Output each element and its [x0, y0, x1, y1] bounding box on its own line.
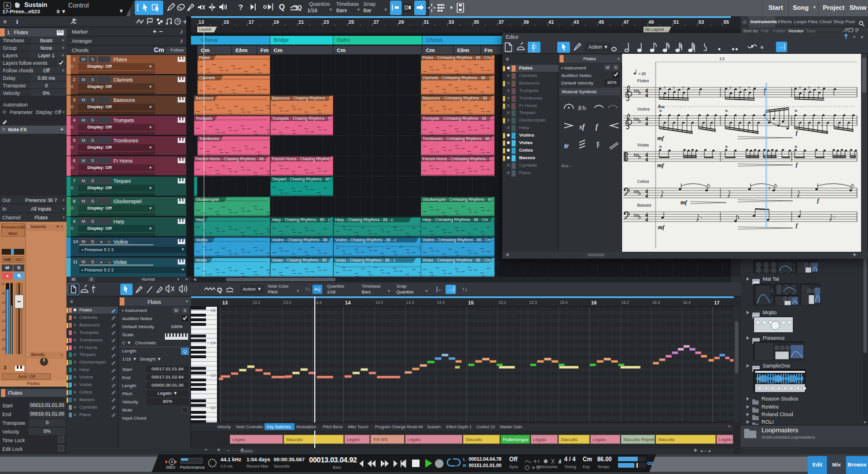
svg-text:4: 4 [645, 217, 648, 223]
svg-text:>: > [725, 108, 728, 113]
svg-text:>: > [795, 144, 797, 149]
svg-text:b: b [638, 214, 641, 220]
svg-text:Basses: Basses [637, 203, 652, 208]
svg-text:Flutes: Flutes [637, 78, 649, 83]
svg-text:b: b [638, 118, 641, 124]
svg-text:b: b [664, 86, 665, 89]
svg-text:b: b [682, 86, 684, 89]
svg-text:♯: ♯ [768, 186, 770, 190]
svg-text:Violas: Violas [637, 142, 649, 148]
svg-text:4: 4 [645, 157, 648, 163]
svg-text:Cellos: Cellos [637, 179, 649, 184]
svg-text:b: b [638, 90, 641, 95]
svg-text:f: f [796, 222, 799, 229]
svg-text:b: b [638, 190, 641, 196]
svg-text:tr: tr [564, 142, 569, 150]
svg-text:b: b [799, 86, 801, 89]
svg-text:4: 4 [645, 121, 648, 127]
svg-text:13: 13 [719, 56, 724, 61]
svg-text:>: > [659, 108, 662, 113]
svg-text:f: f [796, 161, 799, 168]
svg-text:b: b [739, 86, 741, 89]
svg-text:mf: mf [657, 162, 665, 168]
svg-text:b: b [673, 86, 675, 89]
svg-text:b: b [748, 86, 750, 89]
svg-text:♯/b: ♯/b [578, 104, 587, 111]
svg-text:f: f [595, 122, 599, 131]
svg-text:f: f [796, 130, 799, 136]
svg-text:b: b [638, 154, 641, 160]
svg-text:mf: mf [658, 224, 665, 230]
svg-text:sf: sf [579, 122, 586, 131]
svg-text:>: > [725, 144, 728, 149]
svg-text:mf: mf [657, 135, 665, 141]
svg-text:Violins: Violins [637, 106, 650, 112]
svg-text:4: 4 [645, 93, 648, 98]
svg-text:b: b [818, 86, 819, 89]
svg-text:Q: Q [217, 286, 222, 293]
svg-text:«: « [760, 44, 764, 50]
svg-text:mf: mf [681, 199, 688, 205]
svg-text:b: b [730, 86, 731, 89]
svg-text:>: > [795, 108, 797, 113]
svg-text:4: 4 [645, 193, 648, 199]
svg-text:b: b [808, 86, 810, 89]
svg-text:= 86: = 86 [638, 72, 646, 76]
svg-text:f: f [817, 197, 820, 204]
svg-text:>: > [659, 144, 662, 149]
